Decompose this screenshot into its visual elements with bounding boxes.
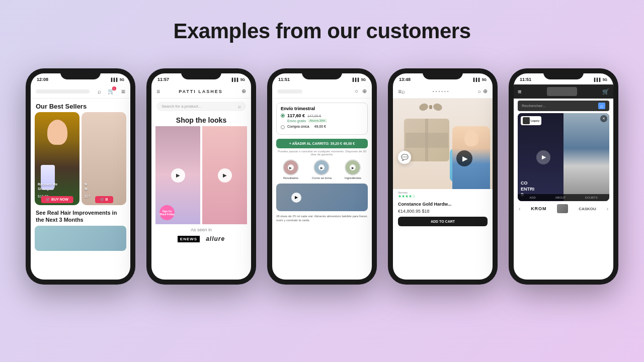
phone2-play-btn-1[interactable]: ▶ — [171, 168, 185, 183]
phone3-navbar: ○ ⊕ — [272, 84, 372, 99]
phone3-avatar-1: ▶ — [283, 159, 299, 175]
phone3-price1-crossed: 147,00 € — [307, 114, 321, 118]
phone5-prev-arrow[interactable]: ‹ — [519, 206, 520, 212]
phone5-action-bar: ADD ABOUT DOUBTS — [518, 194, 609, 201]
phone3-radio-1[interactable] — [281, 114, 285, 118]
phone3-circle-label-2: Como se toma — [312, 176, 332, 179]
phone2-search-placeholder: Search for a product... — [162, 104, 201, 109]
phone2-allure-logo: allure — [206, 235, 225, 242]
phone1-screen: 12:08 ▌▌▌ 5G ⌕ 🛒 1 ≡ Our Best Sellers — [31, 73, 130, 280]
phone1-product-image-1 — [35, 112, 79, 205]
phone1-buy-btn-1[interactable]: 🛒 BUY NOW — [41, 196, 73, 203]
phone3-video-play-btn[interactable]: ▶ — [291, 193, 301, 203]
phone3-status-icons: ▌▌▌ 5G — [353, 78, 366, 81]
phone2-cart-icon[interactable]: ⊕ — [242, 88, 246, 95]
phone5-action-about[interactable]: ABOUT — [555, 196, 566, 199]
phone3-shipping-title: Envío trimestral — [281, 106, 363, 111]
phone2-screen: 11:57 ▌▌▌ 5G ≡ PATTI LASHES ⊕ Search for… — [151, 73, 251, 280]
phone5-play-btn[interactable]: ▶ — [536, 150, 550, 164]
phone2-play-btn-2[interactable]: ▶ — [218, 168, 232, 183]
cart-icon[interactable]: 🛒 1 — [108, 88, 115, 95]
menu-icon[interactable]: ≡ — [121, 87, 125, 96]
phone1-card2-label: NM — [85, 183, 88, 191]
phone1-bottom-thumb — [35, 226, 126, 251]
phone3-cart-icon[interactable]: ⊕ — [362, 88, 367, 95]
phone5-main-video[interactable]: COENTRIS Legacy ✕ ▶ — [518, 113, 609, 201]
phone2-looks-grid: ▶ Sign for Black Friday ▶ — [151, 126, 251, 224]
phone1-card1-label: Recover MeShampoo — [38, 183, 57, 191]
phone4-product-name: Constance Gold Hardw... — [393, 201, 493, 208]
phone5-close-btn[interactable]: ✕ — [600, 115, 607, 122]
phone3-circle-3[interactable]: ▶ Ingredientes — [345, 159, 361, 179]
phone4-add-cart-btn[interactable]: ADD TO CART — [398, 217, 488, 226]
phone5-action-doubts[interactable]: DOUBTS — [585, 196, 598, 199]
phone2-section-title: Shop the looks — [151, 114, 251, 126]
phone4-search-icon[interactable]: ⌕ — [401, 88, 405, 95]
phone2-navbar: ≡ PATTI LASHES ⊕ — [151, 84, 251, 99]
phone5-status-icons: ▌▌▌ 5G — [594, 78, 607, 81]
phone1-navbar: ⌕ 🛒 1 ≡ — [31, 84, 130, 99]
phone1-status-icons: ▌▌▌ 5G — [111, 78, 124, 81]
phone4-chat-icon[interactable]: 💬 — [398, 151, 411, 164]
phone3-option-2[interactable]: Compra única 49,00 € — [281, 125, 363, 129]
phone5-notch — [543, 68, 584, 79]
phone5-trad-logo-icon — [557, 204, 568, 213]
phone3-option-1[interactable]: 117,60 € 147,00 € Envío gratis Ahorra 20… — [281, 113, 363, 123]
phone5-cart-icon[interactable]: 🛒 — [602, 88, 609, 95]
phone2-menu-icon[interactable]: ≡ — [156, 88, 160, 95]
phone3-user-icon[interactable]: ○ — [355, 88, 358, 95]
phone4-play-icon: ▶ — [462, 154, 468, 162]
phone3-time: 11:51 — [278, 77, 290, 82]
phone2-pink-badge: Sign for Black Friday — [159, 205, 175, 220]
phone4-product-area: ▶ 💬 — [393, 99, 493, 189]
phone3-circle-label-3: Ingredientes — [345, 176, 361, 179]
phone2-time: 11:57 — [157, 77, 169, 82]
phone5-logos-row: ‹ KROM CASKOU › — [514, 201, 613, 216]
phone5-search-bar[interactable]: Rechercher... ⌕ — [518, 101, 609, 111]
phone2-video-card-1[interactable]: ▶ Sign for Black Friday — [155, 126, 200, 224]
phone5-menu-icon[interactable]: ≡ — [518, 88, 522, 96]
phone3-circle-2[interactable]: ▶ Como se toma — [312, 159, 332, 179]
phone3-savings-badge: Ahorra 20% — [308, 119, 327, 123]
phone1-card-1[interactable]: Recover MeShampoo $19.99 🛒 BUY NOW — [35, 112, 79, 205]
phone2-video-card-2[interactable]: ▶ — [202, 126, 247, 224]
phone3-radio-2[interactable] — [281, 125, 285, 129]
phone5-action-add[interactable]: ADD — [529, 196, 536, 199]
phone4-play-btn[interactable]: ▶ — [456, 150, 472, 166]
phone4-brand: •••••• — [433, 89, 450, 94]
phone2-notch — [181, 68, 221, 79]
phone2-enews-logo: ENEWS — [178, 236, 200, 242]
phone-4: 13:48 ▌▌▌ 5G ≡ ⌕ •••••• ○ ⊕ — [388, 68, 498, 285]
phone1-card-2[interactable]: NM $27 🛒 B — [82, 112, 126, 205]
phone3-video-thumbnail[interactable]: ▶ — [276, 184, 368, 211]
phone1-buy-btn-2[interactable]: 🛒 B — [95, 196, 113, 203]
phone2-search-icon[interactable]: ⌕ — [238, 104, 241, 109]
pink-badge-text: Sign for Black Friday — [159, 210, 175, 216]
phone3-add-cart-btn[interactable]: + AÑADIR AL CARRITO: 39,20 € 49,00 € — [276, 139, 368, 148]
phone1-card2-price: $27 — [85, 195, 91, 198]
phone5-search-icon[interactable]: ⌕ — [598, 103, 605, 109]
phone3-screen: 11:51 ▌▌▌ 5G ○ ⊕ Envío trimestral 117,60… — [272, 73, 372, 280]
phone3-circle-1[interactable]: ▶ Resultados — [283, 159, 299, 179]
phone4-status-icons: ▌▌▌ 5G — [473, 78, 487, 81]
phone2-press-logos: ENEWS allure — [151, 233, 251, 244]
phone1-time: 12:08 — [37, 77, 48, 82]
phone3-brand-blur — [277, 89, 302, 94]
phone-5: 11:51 ▌▌▌ 5G ≡ 🛒 Rechercher... ⌕ CO — [509, 68, 618, 285]
phone4-menu-icon[interactable]: ≡ — [398, 88, 401, 95]
phone5-legacy-badge: Legacy — [521, 116, 541, 125]
phone2-search-bar[interactable]: Search for a product... ⌕ — [156, 102, 246, 111]
phone3-notch — [302, 68, 342, 79]
phone3-price1: 117,60 € — [287, 113, 305, 118]
phone4-notch — [423, 68, 463, 79]
phone4-stars: ★★★★☆ — [398, 194, 488, 199]
phone4-cart-icon[interactable]: ⊕ — [483, 88, 488, 95]
phone5-next-arrow[interactable]: › — [607, 206, 608, 212]
phones-row: 12:08 ▌▌▌ 5G ⌕ 🛒 1 ≡ Our Best Sellers — [26, 68, 618, 285]
chat-bubble-icon: 💬 — [401, 154, 409, 161]
phone4-user-icon[interactable]: ○ — [477, 88, 481, 95]
phone5-caskou-logo: CASKOU — [579, 207, 596, 211]
search-icon[interactable]: ⌕ — [98, 88, 101, 95]
phone5-man-bg — [564, 113, 609, 201]
phone4-reviews-section: Nemes ★★★★☆ — [393, 189, 493, 201]
